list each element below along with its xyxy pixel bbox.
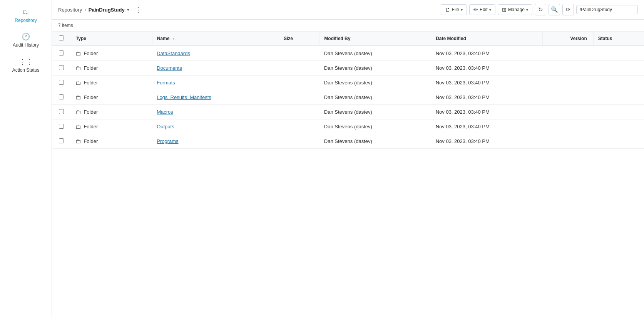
row-name-link-2[interactable]: Formats	[157, 80, 175, 86]
header-status-label: Status	[598, 36, 612, 41]
row-type-0: 🗀 Folder	[71, 46, 152, 61]
topbar: Repository › PainDrugStudy ▾ ⋮ 🗋 File ▾ …	[52, 0, 644, 20]
row-name-link-3[interactable]: Logs_Results_Manifests	[157, 94, 211, 100]
edit-button[interactable]: ✏ Edit ▾	[469, 4, 495, 15]
file-button[interactable]: 🗋 File ▾	[441, 4, 467, 15]
folder-icon-5: 🗀	[75, 123, 81, 130]
manage-dropdown-arrow: ▾	[526, 8, 528, 12]
row-name-link-4[interactable]: Macros	[157, 109, 173, 115]
table-row: 🗀 Folder Macros Dan Stevens (dastev) Nov…	[52, 105, 644, 119]
table-row: 🗀 Folder Formats Dan Stevens (dastev) No…	[52, 76, 644, 90]
toolbar-actions: 🗋 File ▾ ✏ Edit ▾ ⊞ Manage ▾ ↻ 🔍 ⟳	[441, 4, 638, 15]
row-type-label-2: Folder	[84, 80, 98, 86]
row-checkbox-3[interactable]	[59, 94, 64, 99]
sidebar-item-repository[interactable]: 🗂 Repository	[2, 4, 49, 27]
repository-icon: 🗂	[22, 8, 30, 16]
folder-icon-3: 🗀	[75, 94, 81, 101]
row-checkbox-5[interactable]	[59, 124, 64, 129]
row-type-label-1: Folder	[84, 65, 98, 71]
more-options-button[interactable]: ⋮	[132, 5, 144, 15]
refresh-button[interactable]: ↻	[535, 4, 546, 15]
edit-dropdown-arrow: ▾	[489, 8, 491, 12]
row-checkbox-6[interactable]	[59, 138, 64, 143]
edit-icon: ✏	[473, 7, 478, 13]
manage-icon: ⊞	[502, 7, 507, 13]
file-label: File	[452, 7, 459, 12]
sidebar-item-label-repository: Repository	[15, 18, 37, 23]
table-row: 🗀 Folder DataStandards Dan Stevens (dast…	[52, 46, 644, 61]
row-version-4	[542, 105, 593, 119]
header-version[interactable]: Version	[542, 32, 593, 46]
row-date-modified-2: Nov 03, 2023, 03:40 PM	[431, 76, 543, 90]
row-status-1	[593, 61, 644, 76]
row-name-link-0[interactable]: DataStandards	[157, 50, 190, 56]
header-type[interactable]: Type	[71, 32, 152, 46]
row-size-1	[279, 61, 319, 76]
row-date-modified-5: Nov 03, 2023, 03:40 PM	[431, 119, 543, 134]
row-name-link-6[interactable]: Programs	[157, 138, 178, 144]
file-dropdown-arrow: ▾	[461, 8, 463, 12]
manage-button[interactable]: ⊞ Manage ▾	[498, 4, 532, 15]
row-modified-by-3: Dan Stevens (dastev)	[319, 90, 431, 105]
row-version-1	[542, 61, 593, 76]
row-type-5: 🗀 Folder	[71, 119, 152, 134]
row-date-modified-6: Nov 03, 2023, 03:40 PM	[431, 134, 543, 149]
row-modified-by-2: Dan Stevens (dastev)	[319, 76, 431, 90]
edit-label: Edit	[480, 7, 488, 12]
row-date-modified-4: Nov 03, 2023, 03:40 PM	[431, 105, 543, 119]
row-checkbox-cell	[52, 119, 71, 134]
breadcrumb-separator: ›	[84, 7, 86, 13]
header-checkbox-cell	[52, 32, 71, 46]
row-version-6	[542, 134, 593, 149]
row-checkbox-2[interactable]	[59, 80, 64, 85]
breadcrumb-current: PainDrugStudy	[89, 7, 125, 13]
row-checkbox-cell	[52, 46, 71, 61]
select-all-checkbox[interactable]	[59, 35, 64, 40]
breadcrumb-root[interactable]: Repository	[58, 7, 82, 13]
header-size[interactable]: Size	[279, 32, 319, 46]
sidebar: 🗂 Repository 🕐 Audit History ⋮⋮ Action S…	[0, 0, 52, 316]
search-button[interactable]: 🔍	[549, 4, 560, 15]
row-name-cell-3: Logs_Results_Manifests	[152, 90, 279, 105]
manage-label: Manage	[508, 7, 525, 12]
sidebar-item-audit-history[interactable]: 🕐 Audit History	[2, 29, 49, 52]
row-type-6: 🗀 Folder	[71, 134, 152, 149]
row-version-2	[542, 76, 593, 90]
breadcrumb-dropdown-icon[interactable]: ▾	[127, 7, 129, 12]
row-checkbox-4[interactable]	[59, 109, 64, 114]
header-type-label: Type	[76, 36, 86, 41]
sidebar-item-action-status[interactable]: ⋮⋮ Action Status	[2, 54, 49, 77]
row-type-4: 🗀 Folder	[71, 105, 152, 119]
table-row: 🗀 Folder Outputs Dan Stevens (dastev) No…	[52, 119, 644, 134]
row-version-0	[542, 46, 593, 61]
table-header: Type Name ↑ Size Modified By Date Modifi…	[52, 32, 644, 46]
header-name[interactable]: Name ↑	[152, 32, 279, 46]
row-date-modified-1: Nov 03, 2023, 03:40 PM	[431, 61, 543, 76]
row-checkbox-1[interactable]	[59, 65, 64, 70]
row-name-cell-0: DataStandards	[152, 46, 279, 61]
row-checkbox-cell	[52, 76, 71, 90]
row-name-link-1[interactable]: Documents	[157, 65, 182, 71]
row-modified-by-5: Dan Stevens (dastev)	[319, 119, 431, 134]
row-version-5	[542, 119, 593, 134]
header-date-modified-label: Date Modified	[436, 36, 466, 41]
header-status[interactable]: Status	[593, 32, 644, 46]
row-status-4	[593, 105, 644, 119]
row-name-link-5[interactable]: Outputs	[157, 124, 174, 129]
header-version-label: Version	[570, 36, 587, 41]
sidebar-item-label-audit-history: Audit History	[13, 42, 39, 48]
path-input[interactable]	[576, 5, 638, 14]
main-content: Repository › PainDrugStudy ▾ ⋮ 🗋 File ▾ …	[52, 0, 644, 316]
folder-icon-1: 🗀	[75, 65, 81, 71]
header-date-modified[interactable]: Date Modified	[431, 32, 543, 46]
header-modified-by[interactable]: Modified By	[319, 32, 431, 46]
row-type-1: 🗀 Folder	[71, 61, 152, 76]
settings-button[interactable]: ⟳	[562, 4, 574, 15]
header-name-label: Name	[157, 36, 170, 41]
sidebar-item-label-action-status: Action Status	[12, 67, 40, 73]
row-checkbox-0[interactable]	[59, 50, 64, 55]
table-body: 🗀 Folder DataStandards Dan Stevens (dast…	[52, 46, 644, 149]
row-type-label-3: Folder	[84, 94, 98, 100]
row-modified-by-4: Dan Stevens (dastev)	[319, 105, 431, 119]
action-status-icon: ⋮⋮	[22, 57, 30, 66]
